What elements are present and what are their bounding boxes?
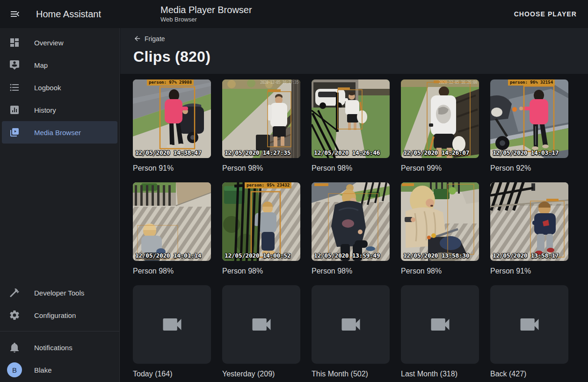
clip-item[interactable]: 12/05/2020 13:58:17 Person 91%	[490, 182, 568, 275]
sidebar-item-history[interactable]: History	[2, 99, 117, 121]
folder-thumbnail	[312, 285, 390, 364]
sidebar-item-label: Configuration	[34, 311, 76, 319]
clip-timestamp: 12/05/2020 14:38:47	[135, 149, 201, 156]
clip-timestamp: 12/05/2020 14:26:46	[314, 149, 380, 156]
clip-thumbnail: person: 97% 29988 12/05/2020 14:38:47	[133, 79, 211, 158]
video-icon	[517, 312, 542, 337]
app-title: Home Assistant	[36, 9, 101, 20]
choose-player-button[interactable]: CHOOSE PLAYER	[508, 0, 582, 28]
clip-caption: Person 91%	[490, 267, 568, 275]
folder-label: Yesterday (209)	[222, 370, 300, 378]
sidebar-divider	[0, 331, 119, 332]
folder-thumbnail	[133, 285, 211, 364]
folder-thumbnail	[401, 285, 479, 364]
clip-item[interactable]: person: 97% 29988 12/05/2020 14:38:47 Pe…	[133, 79, 211, 173]
sidebar-item-developer-tools[interactable]: Developer Tools	[2, 281, 117, 304]
media-browser-content: Frigate Clips (820)	[120, 28, 588, 382]
detection-label: person: 96% 32154	[508, 79, 555, 86]
account-location-icon	[9, 59, 20, 71]
clip-thumbnail: person: 95% 23432 12/05/2020 14:00:52	[222, 182, 300, 261]
clip-item[interactable]: 2020-12-05 16:26:08 12/05/2020 14:26:07 …	[401, 79, 479, 173]
clip-thumbnail: 12/05/2020 14:01:14	[133, 182, 211, 261]
clip-photo	[133, 79, 211, 158]
sidebar-item-media-browser[interactable]: Media Browser	[2, 121, 117, 144]
folder-label: Today (164)	[133, 370, 211, 378]
view-dashboard-icon	[9, 37, 20, 48]
folder-label: Back (427)	[490, 370, 568, 378]
clip-item[interactable]: 12/05/2020 13:58:30 Person 98%	[401, 182, 479, 275]
detection-label: person: 95% 23432	[245, 182, 291, 188]
clip-photo	[312, 79, 390, 158]
clip-photo	[401, 79, 479, 158]
camera-overlay-timestamp: 2020-12-05 16:26:08	[439, 80, 477, 85]
breadcrumb-label: Frigate	[145, 35, 165, 43]
clip-timestamp: 12/05/2020 14:00:52	[225, 252, 290, 259]
clip-item[interactable]: 12/05/2020 14:01:14 Person 98%	[133, 182, 211, 275]
page-subtitle: Web Browser	[160, 16, 252, 23]
video-icon	[428, 312, 452, 337]
sidebar-item-label: Media Browser	[34, 129, 81, 137]
sidebar-header: Home Assistant	[0, 3, 120, 25]
clip-thumbnail: 12/05/2020 13:58:17	[490, 182, 568, 261]
clip-item[interactable]: person: 96% 32154 12/05/2020 14:03:17 Pe…	[490, 79, 568, 173]
video-icon	[249, 312, 274, 337]
clip-caption: Person 98%	[401, 267, 479, 275]
folder-item-yesterday[interactable]: Yesterday (209)	[222, 285, 300, 378]
clip-photo	[490, 79, 568, 158]
clip-timestamp: 12/05/2020 13:58:17	[493, 252, 559, 259]
clip-timestamp: 12/05/2020 14:27:35	[225, 149, 290, 156]
clip-thumbnail: 12/05/2020 14:26:46	[312, 79, 390, 158]
folder-item-last-month[interactable]: Last Month (318)	[401, 285, 479, 378]
sidebar-item-logbook[interactable]: Logbook	[2, 76, 117, 99]
sidebar: Overview Map Logbook History Media Brows…	[0, 28, 120, 382]
folder-item-this-month[interactable]: This Month (502)	[312, 285, 390, 378]
sidebar-item-label: Logbook	[34, 84, 61, 92]
app-header: Home Assistant Media Player Browser Web …	[0, 0, 588, 28]
clip-item[interactable]: person: 95% 23432 12/05/2020 14:00:52 Pe…	[222, 182, 300, 275]
sidebar-spacer	[0, 144, 119, 281]
sidebar-item-map[interactable]: Map	[2, 54, 117, 76]
user-avatar: B	[7, 362, 22, 377]
clip-caption: Person 98%	[312, 267, 390, 275]
page-title-block: Media Player Browser Web Browser	[160, 5, 252, 23]
clip-thumbnail: 12/05/2020 13:59:49	[312, 182, 390, 261]
clip-thumbnail: 2020-12-05 16:27:35 12/05/2020 14:27:35	[222, 79, 300, 158]
clip-caption: Person 98%	[133, 267, 211, 275]
clip-timestamp: 12/05/2020 14:03:17	[493, 149, 559, 156]
clip-item[interactable]: 2020-12-05 16:27:35 12/05/2020 14:27:35 …	[222, 79, 300, 173]
clip-timestamp: 12/05/2020 14:26:07	[403, 149, 469, 156]
clip-timestamp: 12/05/2020 13:59:49	[314, 252, 380, 259]
clip-photo	[490, 182, 568, 261]
clip-caption: Person 99%	[401, 164, 479, 173]
sidebar-toggle-button[interactable]	[4, 3, 26, 25]
detection-label: person: 97% 29988	[147, 79, 194, 86]
user-name: Blake	[34, 366, 52, 374]
folder-item-today[interactable]: Today (164)	[133, 285, 211, 378]
sidebar-item-user[interactable]: B Blake	[2, 359, 117, 381]
video-icon	[160, 312, 184, 337]
clip-photo	[133, 182, 211, 261]
clip-timestamp: 12/05/2020 14:01:14	[135, 252, 201, 259]
play-box-multiple-icon	[9, 127, 20, 138]
folder-item-back[interactable]: Back (427)	[490, 285, 568, 378]
page-title: Media Player Browser	[160, 5, 252, 15]
chart-box-icon	[9, 104, 20, 115]
clip-item[interactable]: 12/05/2020 13:59:49 Person 98%	[312, 182, 390, 275]
breadcrumb[interactable]: Frigate	[133, 35, 165, 43]
clip-photo	[222, 79, 300, 158]
sidebar-item-label: Notifications	[34, 344, 73, 352]
sidebar-item-notifications[interactable]: Notifications	[2, 336, 117, 359]
clip-item[interactable]: 12/05/2020 14:26:46 Person 98%	[312, 79, 390, 173]
folder-thumbnail	[222, 285, 300, 364]
clip-caption: Person 98%	[222, 164, 300, 173]
sidebar-item-overview[interactable]: Overview	[2, 31, 117, 54]
list-bulleted-icon	[9, 82, 20, 93]
clip-photo	[312, 182, 390, 261]
sidebar-item-configuration[interactable]: Configuration	[2, 304, 117, 326]
video-icon	[339, 312, 363, 337]
clip-thumbnail: 12/05/2020 13:58:30	[401, 182, 479, 261]
page-heading: Clips (820)	[133, 48, 588, 65]
folder-thumbnail	[490, 285, 568, 364]
clip-thumbnail: 2020-12-05 16:26:08 12/05/2020 14:26:07	[401, 79, 479, 158]
clip-thumbnail: person: 96% 32154 12/05/2020 14:03:17	[490, 79, 568, 158]
